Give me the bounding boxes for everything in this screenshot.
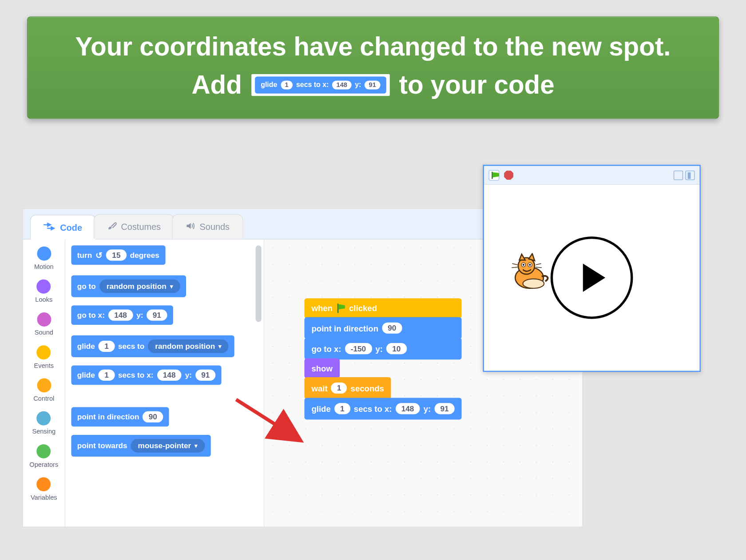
control-dot [37,379,51,393]
category-looks[interactable]: Looks [35,280,52,303]
glide-y-value: 91 [365,80,380,89]
green-flag-icon [491,172,498,179]
block-wait-script[interactable]: wait 1 seconds [305,377,391,399]
block-point-in-direction-script[interactable]: point in direction 90 [305,317,462,339]
green-flag-button[interactable] [489,170,500,181]
category-variables[interactable]: Variables [31,477,57,501]
goto-y-label: y: [136,311,143,319]
goto-y-value[interactable]: 10 [386,343,407,354]
block-goto-random[interactable]: go to random position [71,276,186,297]
banner-to-your-code-label: to your code [399,69,555,100]
stop-button[interactable] [504,170,513,180]
tab-costumes[interactable]: Costumes [93,214,174,239]
scratch-cat-sprite[interactable] [509,253,550,294]
goto-x-value[interactable]: -150 [345,343,372,354]
goto-x-label: go to x: [77,311,105,319]
code-icon [44,222,56,233]
block-show-script[interactable]: show [305,359,340,379]
block-goto-xy[interactable]: go to x: 148 y: 91 [71,305,173,325]
palette-scrollbar[interactable] [255,245,261,322]
category-label: Sound [35,329,53,336]
glide-x-value[interactable]: 148 [395,403,420,414]
category-operators[interactable]: Operators [29,444,58,468]
brush-icon [107,221,116,233]
dropdown-value: random position [155,342,215,351]
glide-random-dropdown[interactable]: random position [148,339,228,353]
variables-dot [37,477,51,491]
glide-y-label: y: [424,404,431,413]
point-value[interactable]: 90 [382,323,402,334]
stage-size-controls [674,170,695,180]
glide-x-value[interactable]: 148 [157,370,181,381]
goto-label: go to x: [311,344,341,353]
block-point-direction[interactable]: point in direction 90 [71,407,169,427]
degrees-label: degrees [130,251,159,260]
category-label: Control [33,395,54,402]
glide-x-value: 148 [332,80,351,89]
instruction-banner: Your coordinates have changed to the new… [27,16,719,118]
goto-random-dropdown[interactable]: random position [99,280,180,293]
category-motion[interactable]: Motion [34,247,54,270]
block-glide-xy[interactable]: glide 1 secs to x: 148 y: 91 [71,365,222,385]
category-label: Variables [31,494,57,501]
block-turn-ccw[interactable]: turn ↺ 15 degrees [71,245,165,265]
glide-secs-to-x-label: secs to x: [296,81,329,89]
glide-y-label: y: [185,371,192,379]
glide-secs-value[interactable]: 1 [334,403,350,414]
turn-degrees-value[interactable]: 15 [106,249,127,260]
sound-dot [37,312,51,327]
goto-y-label: y: [375,344,383,353]
point-direction-value[interactable]: 90 [143,411,163,422]
tab-code[interactable]: Code [30,215,96,240]
play-icon [583,264,605,292]
play-overlay-button[interactable] [551,237,633,319]
small-stage-button[interactable] [674,170,683,180]
turn-label: turn [77,251,92,260]
block-goto-xy-script[interactable]: go to x: -150 y: 10 [305,338,462,359]
block-point-towards[interactable]: point towards mouse-pointer [71,435,210,457]
block-glide-random[interactable]: glide 1 secs to random position [71,335,234,357]
green-flag-icon [336,304,345,313]
banner-line1: Your coordinates have changed to the new… [45,31,701,62]
tab-sounds[interactable]: Sounds [172,214,243,239]
glide-y-value[interactable]: 91 [195,370,216,381]
clicked-label: clicked [349,304,377,313]
stage-canvas[interactable] [484,185,699,371]
glide-secs-value[interactable]: 1 [99,341,115,352]
point-label: point in direction [311,323,378,333]
sensing-dot [37,411,51,426]
banner-add-label: Add [191,69,242,100]
banner-line2: Add glide 1 secs to x: 148 y: 91 to your… [191,69,554,100]
tab-code-label: Code [60,222,82,233]
point-direction-label: point in direction [77,413,139,422]
glide-secs-value[interactable]: 1 [99,370,115,381]
category-control[interactable]: Control [33,379,54,402]
large-stage-button[interactable] [685,170,694,180]
glide-secs-value: 1 [281,80,293,89]
sound-icon [186,221,195,233]
category-sound[interactable]: Sound [35,312,53,336]
when-label: when [311,304,332,313]
blocks-palette: turn ↺ 15 degrees go to random position … [65,240,264,527]
motion-dot [37,247,51,261]
tab-sounds-label: Sounds [200,222,230,232]
goto-y-value[interactable]: 91 [147,309,167,320]
dropdown-value: random position [107,282,167,291]
category-sensing[interactable]: Sensing [32,411,56,435]
glide-label: glide [261,81,277,89]
svg-point-7 [523,279,544,288]
block-when-flag-clicked[interactable]: when clicked [305,298,462,318]
goto-x-value[interactable]: 148 [108,309,133,320]
category-events[interactable]: Events [34,345,54,369]
svg-point-4 [523,264,524,266]
category-label: Motion [34,263,54,270]
tab-costumes-label: Costumes [121,222,161,232]
category-label: Events [34,362,54,369]
wait-value[interactable]: 1 [331,383,347,394]
inline-block-example: glide 1 secs to x: 148 y: 91 [251,74,389,96]
point-towards-dropdown[interactable]: mouse-pointer [131,439,205,452]
ccw-arrow-icon: ↺ [95,250,103,260]
category-label: Operators [29,461,58,468]
glide-y-value[interactable]: 91 [434,403,455,414]
block-glide-xy-script[interactable]: glide 1 secs to x: 148 y: 91 [305,398,462,419]
